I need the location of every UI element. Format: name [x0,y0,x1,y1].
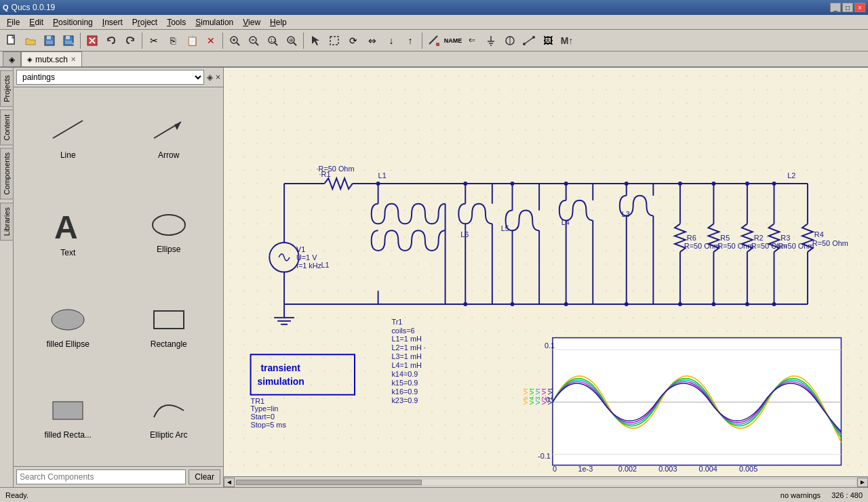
menu-insert[interactable]: Insert [98,16,127,28]
component-ellipse[interactable]: Ellipse [120,184,218,278]
hscroll-track [236,480,856,485]
hscroll-thumb[interactable] [236,480,422,485]
svg-text:+: + [71,41,75,47]
menu-file[interactable]: File [3,16,24,28]
panel-dropdown[interactable]: paintings components diagrams [16,70,204,85]
svg-point-140 [772,182,776,186]
sidebar-item-components[interactable]: Components [0,148,14,199]
component-filled-ellipse[interactable]: filled Ellipse [19,282,117,370]
component-rectangle-label: Rectangle [151,339,187,349]
panel-pin-button[interactable]: ◈ [207,72,213,82]
paste-button[interactable]: 📋 [183,32,201,49]
titlebar: Q Qucs 0.0.19 _ □ × [0,0,868,15]
svg-rect-27 [436,43,439,46]
menu-view[interactable]: View [239,16,264,28]
select-marker-button[interactable] [326,32,343,49]
value-button[interactable]: €= [463,32,481,49]
components-grid: Line Arrow A Text [14,87,223,466]
tab-pin[interactable]: ◈ [3,51,21,66]
menu-help[interactable]: Help [266,16,291,28]
svg-text:V1.Vt: V1.Vt [546,388,553,404]
svg-point-142 [511,302,515,306]
panel-close-button[interactable]: × [216,72,220,82]
svg-text:TR1: TR1 [251,397,265,405]
svg-text:L5: L5 [501,224,509,232]
new-button[interactable] [3,32,20,49]
select-button[interactable] [307,32,324,49]
svg-text:V1: V1 [296,245,305,253]
component-rectangle[interactable]: Rectangle [120,282,218,370]
coords-text: 326 : 480 [831,491,863,499]
zoom-in-button[interactable] [226,32,243,49]
maximize-button[interactable]: □ [842,3,853,12]
scroll-right-button[interactable]: ► [857,478,868,487]
menu-simulation[interactable]: Simulation [191,16,237,28]
component-text[interactable]: A Text [19,184,117,278]
menubar: File Edit Positioning Insert Project Too… [0,15,868,30]
svg-point-146 [711,302,715,306]
clear-button[interactable]: Clear [189,469,220,484]
zoom-out-button[interactable] [245,32,262,49]
menu-edit[interactable]: Edit [25,16,47,28]
move-down-button[interactable]: ↓ [382,32,400,49]
svg-point-132 [376,182,380,186]
menu-tools[interactable]: Tools [163,16,190,28]
cut-button[interactable]: ✂ [145,32,163,49]
ground-button[interactable] [482,32,500,49]
statusbar: Ready. no warnings 326 : 480 [0,487,868,502]
component-line[interactable]: Line [19,93,117,181]
tabbar: ◈ ◈ mutx.sch ✕ [0,51,868,68]
component-filled-rect[interactable]: filled Recta... [19,373,117,461]
name-button[interactable]: NAME [444,32,462,49]
undo-button[interactable] [102,32,120,49]
left-panel: paintings components diagrams ◈ × Line [14,68,224,487]
marker-button[interactable]: M↑ [558,32,576,49]
sidebar-item-libraries[interactable]: Libraries [0,203,14,240]
zoom-select-button[interactable]: ⊕ [283,32,300,49]
save-button[interactable] [41,32,58,49]
svg-marker-39 [174,122,181,130]
delete-button[interactable]: ✕ [202,32,220,49]
tab-close-button[interactable]: ✕ [71,56,76,63]
sidebar-item-projects[interactable]: Projects [0,70,14,107]
tab-mutx[interactable]: ◈ mutx.sch ✕ [21,51,82,66]
move-up-button[interactable]: ↑ [401,32,419,49]
component-elliptic-arc[interactable]: Elliptic Arc [120,373,218,461]
scroll-left-button[interactable]: ◄ [224,478,235,487]
component-arrow[interactable]: Arrow [120,93,218,181]
component-text-label: Text [60,248,75,257]
toolbar-sep-2 [142,33,142,49]
side-tabs: Projects Content Components Libraries [0,68,14,487]
port-button[interactable] [501,32,519,49]
svg-text:-0.1: -0.1 [538,452,551,460]
svg-text:L2=1 mH ·: L2=1 mH · [391,343,425,352]
zoom-fit-button[interactable]: 1:1 [264,32,281,49]
tab-icon: ◈ [27,56,33,63]
save-as-button[interactable]: + [60,32,77,49]
open-button[interactable] [22,32,39,49]
menu-positioning[interactable]: Positioning [49,16,97,28]
copy-button[interactable]: ⎘ [164,32,182,49]
hscrollbar[interactable]: ◄ ► [224,476,868,487]
close-doc-button[interactable] [83,32,101,49]
redo-button[interactable] [121,32,139,49]
svg-text:·R=50 Ohm: ·R=50 Ohm [317,165,355,173]
svg-point-141 [463,302,467,306]
sidebar-item-content[interactable]: Content [0,110,14,146]
svg-point-36 [532,36,535,39]
search-input[interactable] [16,469,186,484]
menu-project[interactable]: Project [128,16,161,28]
svg-point-135 [564,182,568,186]
mirror-button[interactable]: ⇔ [363,32,381,49]
svg-text:R=50 Ohm: R=50 Ohm [778,242,814,250]
status-right: no warnings 326 : 480 [781,491,863,499]
svg-text:Stop=5 ms: Stop=5 ms [251,421,287,429]
minimize-button[interactable]: _ [830,3,841,12]
paint-button[interactable] [425,32,443,49]
wire-button[interactable] [520,32,538,49]
svg-text:transient: transient [260,362,300,373]
canvas-area[interactable]: V1 U=1 V f=1 kHz ·R1 ·R=50 Ohm L2 [224,68,868,487]
close-button[interactable]: × [854,3,865,12]
picture-button[interactable]: 🖼 [539,32,557,49]
rotate-button[interactable]: ⟳ [344,32,362,49]
